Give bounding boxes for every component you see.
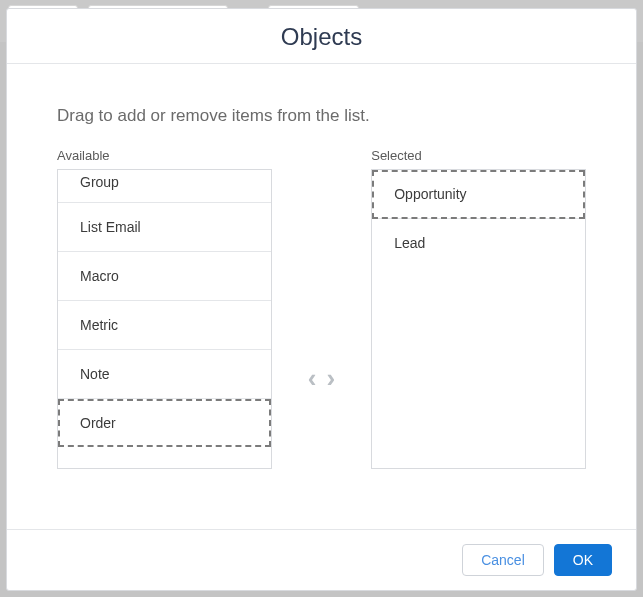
dual-listbox: Available GroupList EmailMacroMetricNote… bbox=[57, 148, 586, 469]
instruction-text: Drag to add or remove items from the lis… bbox=[57, 106, 586, 126]
list-item[interactable]: Note bbox=[58, 350, 271, 399]
chevron-right-icon[interactable]: › bbox=[327, 363, 336, 394]
selected-listbox[interactable]: OpportunityLead bbox=[371, 169, 586, 469]
list-item[interactable]: Group bbox=[58, 170, 271, 203]
transfer-controls: ‹ › bbox=[272, 148, 371, 469]
list-item[interactable]: Order bbox=[58, 399, 271, 447]
modal-header: Objects bbox=[7, 9, 636, 64]
ok-button[interactable]: OK bbox=[554, 544, 612, 576]
available-column: Available GroupList EmailMacroMetricNote… bbox=[57, 148, 272, 469]
modal-title: Objects bbox=[7, 23, 636, 51]
list-item[interactable]: Macro bbox=[58, 252, 271, 301]
list-item[interactable]: Metric bbox=[58, 301, 271, 350]
chevron-left-icon[interactable]: ‹ bbox=[308, 363, 317, 394]
objects-modal: Objects Drag to add or remove items from… bbox=[6, 8, 637, 591]
list-item[interactable]: Lead bbox=[372, 219, 585, 267]
available-label: Available bbox=[57, 148, 272, 163]
list-item[interactable]: List Email bbox=[58, 203, 271, 252]
selected-column: Selected OpportunityLead bbox=[371, 148, 586, 469]
cancel-button[interactable]: Cancel bbox=[462, 544, 544, 576]
available-listbox[interactable]: GroupList EmailMacroMetricNoteOrder bbox=[57, 169, 272, 469]
selected-label: Selected bbox=[371, 148, 586, 163]
modal-footer: Cancel OK bbox=[7, 529, 636, 590]
modal-body: Drag to add or remove items from the lis… bbox=[7, 64, 636, 529]
list-item[interactable]: Opportunity bbox=[372, 170, 585, 219]
